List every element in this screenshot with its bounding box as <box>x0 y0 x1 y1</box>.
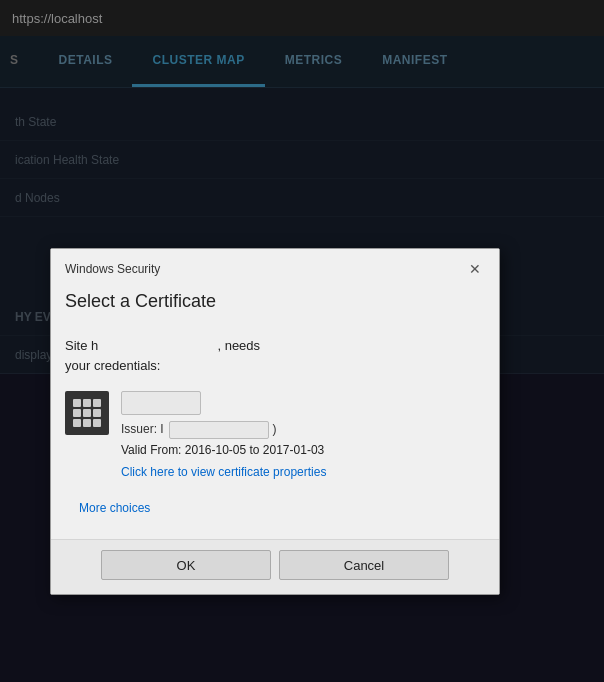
cert-details: Issuer: I ) Valid From: 2016-10-05 to 20… <box>121 391 485 479</box>
dialog-titlebar: Windows Security ✕ <box>51 249 499 287</box>
cert-icon-dot <box>73 399 81 407</box>
cert-name-box <box>121 391 201 415</box>
cert-icon-dot <box>93 419 101 427</box>
certificate-container: Issuer: I ) Valid From: 2016-10-05 to 20… <box>65 391 485 479</box>
site-needs-text: Site h , needsyour credentials: <box>65 336 485 375</box>
cert-icon-dot <box>83 399 91 407</box>
issuer-value <box>169 421 269 439</box>
dialog-footer: OK Cancel <box>51 539 499 594</box>
dialog-title: Windows Security <box>65 262 160 276</box>
cert-icon-dot <box>83 409 91 417</box>
cert-valid-dates: Valid From: 2016-10-05 to 2017-01-03 <box>121 443 485 457</box>
cert-icon-dot <box>93 409 101 417</box>
certificate-icon <box>65 391 109 435</box>
view-cert-properties-link[interactable]: Click here to view certificate propertie… <box>121 465 485 479</box>
cert-icon-dot <box>83 419 91 427</box>
dialog-close-button[interactable]: ✕ <box>465 259 485 279</box>
dialog-heading: Select a Certificate <box>51 287 499 326</box>
more-choices-link[interactable]: More choices <box>65 491 485 525</box>
cert-issuer: Issuer: I ) <box>121 421 485 439</box>
cert-icon-grid <box>73 399 101 427</box>
ok-button[interactable]: OK <box>101 550 271 580</box>
dialog-body: Site h , needsyour credentials: <box>51 326 499 539</box>
windows-security-dialog: Windows Security ✕ Select a Certificate … <box>50 248 500 595</box>
cert-icon-dot <box>73 419 81 427</box>
cancel-button[interactable]: Cancel <box>279 550 449 580</box>
cert-icon-dot <box>93 399 101 407</box>
cert-icon-dot <box>73 409 81 417</box>
